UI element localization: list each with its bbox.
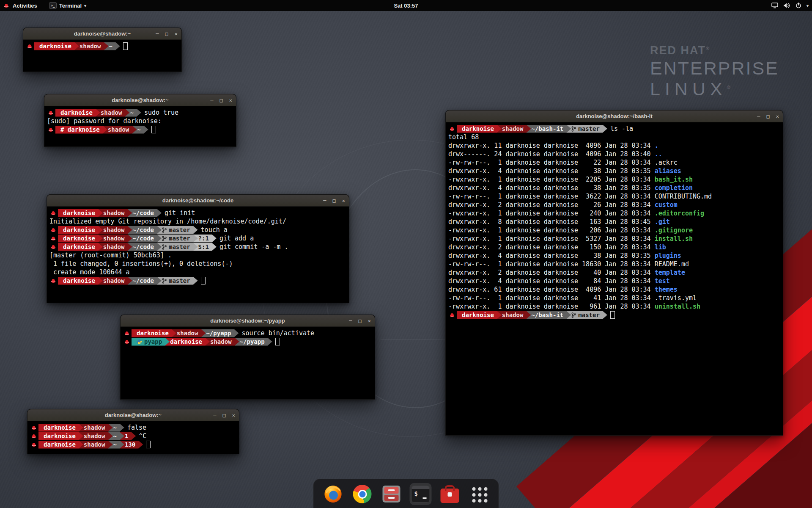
- ls-filename: ..: [655, 150, 662, 158]
- ls-filename: bash_it.sh: [655, 176, 693, 183]
- terminal-content[interactable]: darknoiseshadow~falsedarknoiseshadow~1^C…: [27, 421, 239, 450]
- prompt-segment-host: shadow: [172, 329, 206, 337]
- command-text: ls -la: [610, 125, 633, 133]
- terminal-content[interactable]: darknoiseshadow~/bash-itmasterls -latota…: [446, 122, 783, 321]
- ls-filename: template: [655, 269, 685, 276]
- terminal-line: 1 file changed, 0 insertions(+), 0 delet…: [49, 260, 346, 268]
- terminal-line: darknoiseshadow~: [26, 42, 179, 50]
- close-button[interactable]: ✕: [342, 198, 345, 203]
- close-button[interactable]: ✕: [232, 413, 235, 418]
- app-menu[interactable]: >_ Terminal ▾: [49, 2, 86, 9]
- ls-filename: .editorconfig: [655, 210, 704, 217]
- prompt-segment-host: shadow: [98, 243, 132, 251]
- volume-icon[interactable]: [783, 3, 790, 8]
- activities-button[interactable]: Activities: [13, 3, 37, 9]
- prompt-segment-path: ~/bash-it: [526, 125, 571, 133]
- minimize-button[interactable]: ─: [210, 98, 213, 103]
- window-titlebar[interactable]: darknoise@shadow:~/bash-it ─ □ ✕: [446, 110, 783, 122]
- window-titlebar[interactable]: darknoise@shadow:~/pyapp ─ □ ✕: [121, 315, 375, 327]
- redhat-prompt-icon: [50, 278, 56, 284]
- ls-columns: drwxrwxr-x. 4 darknoise darknoise 38 Jan…: [448, 252, 655, 260]
- dock-app-grid-button[interactable]: [468, 483, 490, 505]
- window-title: darknoise@shadow:~: [112, 97, 168, 103]
- dock-firefox-button[interactable]: [322, 483, 344, 505]
- terminal-line: drwxrwxr-x. 8 darknoise darknoise 163 Ja…: [448, 218, 780, 226]
- terminal-line: drwxrwxr-x. 4 darknoise darknoise 38 Jan…: [448, 167, 780, 175]
- terminal-line: darknoiseshadow~130: [30, 440, 236, 449]
- ls-filename: test: [655, 277, 670, 285]
- prompt-segment-host: shadow: [96, 109, 130, 117]
- maximize-button[interactable]: □: [333, 198, 336, 203]
- terminal-content[interactable]: darknoiseshadow~: [23, 40, 181, 52]
- maximize-button[interactable]: □: [359, 318, 362, 323]
- terminal-content[interactable]: darknoiseshadow~/pyappsource bin/activat…: [121, 327, 375, 348]
- display-indicator-icon[interactable]: [771, 3, 778, 8]
- maximize-button[interactable]: □: [165, 31, 168, 36]
- dock-terminal-button[interactable]: $: [410, 483, 432, 505]
- window-title: darknoise@shadow:~/code: [162, 197, 233, 204]
- dock-chrome-button[interactable]: [351, 483, 373, 505]
- terminal-window-home-small: darknoise@shadow:~ ─ □ ✕ darknoiseshadow…: [23, 28, 182, 72]
- terminal-line: darknoiseshadow~/pyappsource bin/activat…: [123, 329, 372, 337]
- window-titlebar[interactable]: darknoise@shadow:~ ─ □ ✕: [44, 94, 236, 106]
- close-button[interactable]: ✕: [229, 98, 232, 103]
- terminal-cursor: [275, 338, 280, 345]
- terminal-line: darknoiseshadow~/bash-itmaster: [448, 311, 780, 319]
- rhel-wallpaper-logo: RED HAT® ENTERPRISE LINUX®: [650, 44, 779, 99]
- command-text: touch a: [201, 226, 228, 234]
- window-titlebar[interactable]: darknoise@shadow:~ ─ □ ✕: [23, 28, 181, 40]
- chevron-down-icon[interactable]: ▾: [807, 3, 809, 8]
- window-titlebar[interactable]: darknoise@shadow:~/code ─ □ ✕: [47, 195, 349, 207]
- chrome-icon: [353, 485, 372, 503]
- prompt-segment-host: shadow: [497, 311, 531, 319]
- dock-files-button[interactable]: [381, 483, 403, 505]
- redhat-prompt-icon: [31, 442, 37, 447]
- close-button[interactable]: ✕: [368, 318, 371, 323]
- terminal-content[interactable]: darknoiseshadow~/codegit initInitialized…: [47, 207, 349, 287]
- registered-mark: ®: [706, 46, 710, 51]
- power-icon[interactable]: [796, 3, 801, 8]
- prompt-segment-user: darknoise: [58, 226, 103, 234]
- branch-icon: [162, 236, 167, 241]
- ls-filename: custom: [655, 201, 678, 209]
- ls-filename: install.sh: [655, 235, 693, 243]
- clock[interactable]: Sat 03:57: [394, 3, 418, 9]
- top-bar: Activities >_ Terminal ▾ Sat 03:57 ▾: [0, 0, 812, 11]
- maximize-button[interactable]: □: [767, 114, 770, 119]
- prompt-segment-user: darknoise: [457, 125, 502, 133]
- ls-filename: lib: [655, 243, 666, 251]
- dock-toolbox-button[interactable]: [439, 483, 461, 505]
- prompt-segment-host: shadow: [79, 441, 113, 449]
- minimize-button[interactable]: ─: [757, 114, 760, 119]
- terminal-line: drwxrwxr-x. 2 darknoise darknoise 40 Jan…: [448, 268, 780, 277]
- close-button[interactable]: ✕: [175, 31, 178, 36]
- close-button[interactable]: ✕: [776, 114, 779, 119]
- redhat-prompt-icon: [124, 330, 130, 336]
- redhat-prompt-icon: [48, 110, 54, 116]
- minimize-button[interactable]: ─: [349, 318, 352, 323]
- app-menu-label: Terminal: [59, 3, 82, 9]
- command-text: sudo true: [144, 109, 178, 116]
- maximize-button[interactable]: □: [223, 413, 226, 418]
- minimize-button[interactable]: ─: [156, 31, 159, 36]
- terminal-line: drwx------. 24 darknoise darknoise 4096 …: [448, 150, 780, 158]
- terminal-line: -rw-rw-r--. 1 darknoise darknoise 41 Jan…: [448, 294, 780, 302]
- ls-columns: drwxrwxr-x. 61 darknoise darknoise 4096 …: [448, 286, 655, 293]
- maximize-button[interactable]: □: [220, 98, 223, 103]
- redhat-prompt-icon: [50, 227, 56, 233]
- ls-filename: uninstall.sh: [655, 303, 700, 310]
- prompt-segment-git: master: [157, 243, 198, 251]
- app-grid-icon: [471, 486, 488, 502]
- prompt-segment-path: ~/code: [127, 209, 162, 217]
- ls-filename: CONTRIBUTING.md: [655, 193, 712, 200]
- terminal-window-sudo: darknoise@shadow:~ ─ □ ✕ darknoiseshadow…: [44, 94, 236, 147]
- minimize-button[interactable]: ─: [213, 413, 216, 418]
- window-titlebar[interactable]: darknoise@shadow:~ ─ □ ✕: [27, 409, 239, 421]
- prompt-segment-host: shadow: [98, 277, 132, 285]
- minimize-button[interactable]: ─: [323, 198, 326, 203]
- prompt-segment-path: ~/bash-it: [526, 311, 571, 319]
- terminal-content[interactable]: darknoiseshadow~sudo true[sudo] password…: [44, 106, 236, 135]
- redhat-prompt-icon: [50, 244, 56, 250]
- terminal-line: total 68: [448, 133, 780, 141]
- terminal-cursor: [610, 311, 615, 319]
